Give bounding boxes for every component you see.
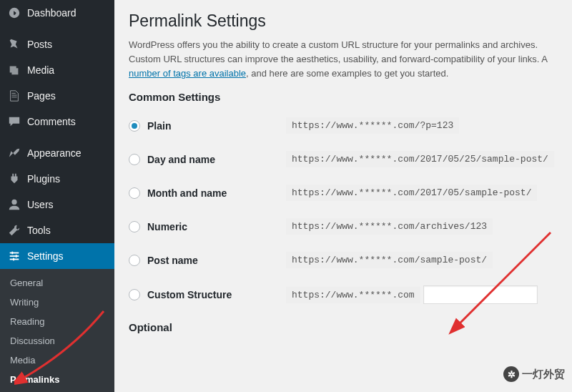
sidebar-item-settings[interactable]: Settings — [0, 243, 114, 269]
option-post-name: Post name https://www.******.com/sample-… — [129, 243, 558, 277]
submenu-permalinks[interactable]: Permalinks — [0, 370, 114, 389]
appearance-icon — [7, 146, 21, 160]
pin-icon — [7, 37, 21, 52]
sidebar-item-users[interactable]: Users — [0, 192, 114, 217]
sidebar-item-tools[interactable]: Tools — [0, 217, 114, 243]
wechat-icon: ✲ — [503, 366, 519, 382]
svg-point-0 — [11, 200, 16, 205]
sidebar-item-pages[interactable]: Pages — [0, 83, 114, 109]
submenu-general[interactable]: General — [0, 273, 114, 293]
pages-icon — [7, 89, 21, 103]
plugins-icon — [7, 172, 21, 186]
sidebar-item-label: Comments — [27, 116, 76, 127]
option-label: Post name — [147, 255, 198, 266]
sidebar-item-plugins[interactable]: Plugins — [0, 166, 114, 192]
watermark: ✲ 一灯外贸 — [503, 366, 565, 382]
svg-rect-5 — [16, 255, 17, 258]
option-month-name: Month and name https://www.******.com/20… — [129, 176, 558, 210]
optional-heading: Optional — [129, 321, 558, 333]
custom-structure-input[interactable] — [423, 285, 538, 304]
settings-icon — [7, 249, 21, 263]
option-label: Day and name — [147, 154, 215, 165]
sidebar-item-label: Tools — [27, 225, 51, 236]
sidebar-item-label: Users — [27, 199, 54, 210]
submenu-reading[interactable]: Reading — [0, 312, 114, 331]
option-label: Plain — [147, 120, 171, 132]
radio-post-name[interactable] — [129, 255, 140, 266]
comments-icon — [7, 114, 21, 129]
sidebar-item-label: Appearance — [27, 147, 82, 159]
option-numeric: Numeric https://www.******.com/archives/… — [129, 210, 558, 243]
option-custom: Custom Structure https://www.******.com — [129, 277, 558, 313]
sidebar-item-label: Pages — [27, 90, 56, 102]
sidebar-item-label: Media — [27, 64, 54, 76]
radio-numeric[interactable] — [129, 221, 140, 232]
settings-submenu: General Writing Reading Discussion Media… — [0, 269, 114, 392]
option-label: Month and name — [147, 187, 227, 199]
users-icon — [7, 197, 21, 212]
radio-plain[interactable] — [129, 120, 140, 132]
sidebar-item-label: Posts — [27, 39, 52, 50]
sidebar-item-media[interactable]: Media — [0, 57, 114, 83]
sidebar-item-label: Plugins — [27, 173, 60, 185]
url-prefix: https://www.******.com — [286, 287, 420, 303]
url-example[interactable]: https://www.******.com/2017/05/sample-po… — [286, 185, 537, 201]
radio-custom[interactable] — [129, 289, 140, 300]
admin-sidebar: Dashboard Posts Media Pages Comments App… — [0, 0, 114, 392]
sidebar-item-label: Settings — [27, 250, 64, 262]
content-area: Permalink Settings WordPress offers you … — [114, 0, 572, 392]
option-label: Custom Structure — [147, 289, 232, 300]
submenu-discussion[interactable]: Discussion — [0, 331, 114, 351]
dashboard-icon — [7, 6, 21, 20]
url-example[interactable]: https://www.******.com/archives/123 — [286, 218, 493, 235]
svg-rect-2 — [10, 255, 19, 257]
tags-link[interactable]: number of tags are available — [129, 68, 246, 79]
media-icon — [7, 63, 21, 77]
tools-icon — [7, 223, 21, 237]
url-example[interactable]: https://www.******.com/?p=123 — [286, 117, 459, 134]
watermark-text: 一灯外贸 — [522, 368, 565, 381]
sidebar-item-appearance[interactable]: Appearance — [0, 140, 114, 166]
sidebar-item-comments[interactable]: Comments — [0, 109, 114, 134]
sidebar-item-posts[interactable]: Posts — [0, 31, 114, 57]
option-label: Numeric — [147, 221, 187, 232]
option-day-name: Day and name https://www.******.com/2017… — [129, 142, 558, 176]
url-example[interactable]: https://www.******.com/2017/05/25/sample… — [286, 151, 554, 167]
page-description: WordPress offers you the ability to crea… — [129, 38, 558, 81]
svg-rect-6 — [13, 258, 14, 261]
page-title: Permalink Settings — [129, 11, 558, 31]
radio-day-name[interactable] — [129, 154, 140, 165]
submenu-media[interactable]: Media — [0, 351, 114, 370]
sidebar-item-dashboard[interactable]: Dashboard — [0, 0, 114, 26]
radio-month-name[interactable] — [129, 187, 140, 199]
svg-rect-1 — [10, 253, 19, 254]
submenu-writing[interactable]: Writing — [0, 293, 114, 312]
common-settings-heading: Common Settings — [129, 91, 558, 103]
sidebar-item-label: Dashboard — [27, 7, 77, 19]
url-example[interactable]: https://www.******.com/sample-post/ — [286, 252, 493, 268]
svg-rect-4 — [11, 252, 13, 255]
option-plain: Plain https://www.******.com/?p=123 — [129, 109, 558, 142]
